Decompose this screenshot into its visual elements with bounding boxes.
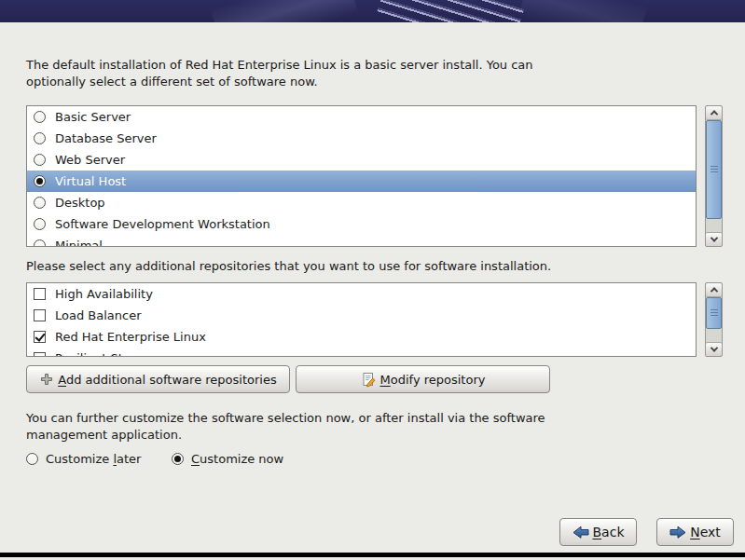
chevron-down-icon: [710, 344, 717, 351]
header-banner: [0, 0, 745, 22]
radio-icon[interactable]: [34, 239, 46, 247]
next-label: Next: [690, 525, 721, 540]
back-button[interactable]: Back: [559, 518, 637, 546]
radio-icon[interactable]: [34, 132, 46, 144]
checkbox-icon[interactable]: [34, 288, 46, 300]
label-part: ack: [601, 525, 624, 540]
software-group-label: Desktop: [55, 196, 105, 210]
customize-later-label: Customize later: [46, 452, 141, 466]
repository-list[interactable]: High Availability Load Balancer Red Hat …: [26, 282, 697, 357]
chevron-down-icon: [710, 234, 717, 241]
radio-icon[interactable]: [26, 453, 38, 465]
next-arrow-icon: [669, 526, 686, 540]
repo-row-high-availability[interactable]: High Availability: [27, 283, 696, 305]
checkbox-icon[interactable]: [34, 309, 46, 321]
radio-icon-selected[interactable]: [172, 453, 184, 465]
checkbox-icon-checked[interactable]: [34, 331, 46, 343]
customize-later-radio[interactable]: Customize later: [26, 452, 141, 466]
label-accel: M: [380, 373, 391, 387]
software-group-row-virtual-host[interactable]: Virtual Host: [27, 171, 696, 192]
scrollbar-down-button[interactable]: [706, 232, 722, 246]
software-group-row-minimal[interactable]: Minimal: [27, 235, 696, 247]
intro-line-2: optionally select a different set of sof…: [26, 74, 533, 90]
software-group-row-web-server[interactable]: Web Server: [27, 149, 696, 171]
intro-line-1: The default installation of Red Hat Ente…: [26, 57, 533, 74]
back-label: Back: [593, 525, 625, 540]
software-group-list[interactable]: Basic Server Database Server Web Server …: [26, 105, 697, 247]
banner-streak: [211, 0, 359, 22]
scrollbar-up-button[interactable]: [706, 283, 722, 297]
repo-row-red-hat-enterprise-linux[interactable]: Red Hat Enterprise Linux: [27, 326, 696, 348]
radio-icon[interactable]: [34, 218, 46, 230]
label-accel: B: [593, 525, 602, 540]
scrollbar-thumb[interactable]: [706, 297, 722, 329]
software-group-scrollbar[interactable]: [705, 105, 723, 247]
banner-streak: [517, 0, 648, 22]
customize-now-radio[interactable]: Customize now: [172, 452, 283, 466]
software-group-row-database-server[interactable]: Database Server: [27, 128, 696, 149]
repo-row-load-balancer[interactable]: Load Balancer: [27, 305, 696, 326]
label-part: ustomize now: [200, 452, 283, 466]
label-accel: C: [191, 452, 200, 466]
chevron-up-icon: [710, 287, 717, 294]
modify-repository-button[interactable]: Modify repository: [296, 365, 550, 393]
intro-text: The default installation of Red Hat Ente…: [26, 57, 533, 90]
radio-icon-selected[interactable]: [34, 175, 46, 187]
customize-now-label: Customize now: [191, 452, 283, 466]
label-accel: N: [690, 525, 699, 540]
software-group-row-basic-server[interactable]: Basic Server: [27, 106, 696, 128]
banner-streak: [377, 0, 525, 22]
radio-icon[interactable]: [34, 111, 46, 123]
software-group-row-desktop[interactable]: Desktop: [27, 192, 696, 213]
repo-prompt-text: Please select any additional repositorie…: [26, 258, 551, 275]
radio-icon[interactable]: [34, 197, 46, 209]
scrollbar-track[interactable]: [706, 120, 722, 232]
chevron-up-icon: [710, 110, 717, 117]
scrollbar-track[interactable]: [706, 297, 722, 342]
repo-label: Resilient Storage: [55, 351, 158, 357]
software-group-label: Virtual Host: [55, 174, 126, 188]
scrollbar-down-button[interactable]: [706, 342, 722, 356]
software-group-label: Database Server: [55, 131, 157, 145]
label-part: odify repository: [391, 373, 486, 387]
plus-icon: [39, 372, 54, 387]
repo-label: High Availability: [55, 287, 153, 301]
label-part: dd additional software repositories: [66, 373, 277, 387]
add-repository-button[interactable]: Add additional software repositories: [26, 365, 290, 393]
repository-scrollbar[interactable]: [705, 282, 723, 357]
label-part: ater: [117, 452, 141, 466]
customize-line-1: You can further customize the software s…: [26, 410, 545, 427]
window-bottom-edge: [0, 553, 745, 557]
software-group-label: Basic Server: [55, 110, 131, 124]
repo-row-resilient-storage[interactable]: Resilient Storage: [27, 348, 696, 357]
radio-icon[interactable]: [34, 154, 46, 166]
software-group-label: Software Development Workstation: [55, 217, 270, 231]
label-accel: A: [58, 373, 66, 387]
customize-text: You can further customize the software s…: [26, 410, 545, 444]
software-group-label: Web Server: [55, 153, 125, 167]
add-repository-label: Add additional software repositories: [58, 373, 276, 387]
label-part: ext: [700, 525, 721, 540]
edit-document-icon: [361, 372, 377, 388]
back-arrow-icon: [573, 526, 589, 540]
checkbox-icon[interactable]: [34, 352, 46, 357]
software-group-row-software-development-workstation[interactable]: Software Development Workstation: [27, 213, 696, 235]
modify-repository-label: Modify repository: [380, 373, 486, 387]
customize-line-2: management application.: [26, 427, 545, 444]
scrollbar-up-button[interactable]: [706, 106, 722, 120]
repo-label: Red Hat Enterprise Linux: [55, 330, 206, 344]
software-group-label: Minimal: [55, 239, 103, 247]
repo-label: Load Balancer: [55, 308, 142, 322]
scrollbar-thumb[interactable]: [706, 120, 722, 219]
label-part: Customize: [46, 452, 113, 466]
next-button[interactable]: Next: [656, 518, 734, 546]
installer-window: The default installation of Red Hat Ente…: [0, 0, 745, 560]
